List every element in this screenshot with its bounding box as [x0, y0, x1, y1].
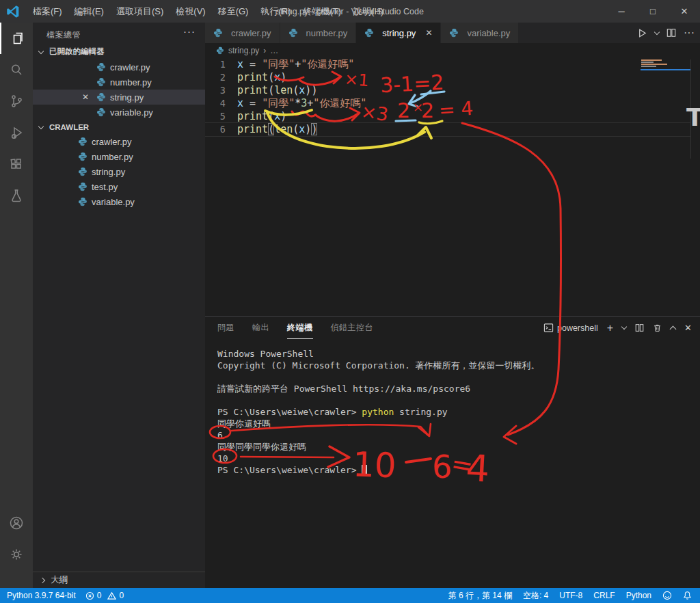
file-variable-py[interactable]: variable.py [33, 194, 205, 209]
eol-sequence[interactable]: CRLF [593, 591, 615, 600]
file-test-py[interactable]: test.py [33, 179, 205, 194]
settings-gear-icon[interactable] [0, 539, 33, 570]
terminal-dropdown-icon[interactable] [621, 324, 627, 330]
explorer-icon[interactable] [0, 23, 33, 54]
file-label: number.py [92, 152, 133, 162]
close-button[interactable]: ✕ [669, 0, 700, 23]
problems-status[interactable]: 0 0 [85, 591, 124, 600]
menu-file[interactable]: 檔案(F) [27, 5, 68, 18]
file-label: variable.py [110, 107, 153, 118]
source-control-icon[interactable] [0, 85, 33, 117]
terminal-line: Windows PowerShell [217, 348, 689, 360]
line-number: 6 [205, 123, 237, 136]
tab-string-py[interactable]: string.py ✕ [356, 23, 441, 43]
encoding[interactable]: UTF-8 [559, 591, 582, 600]
run-debug-icon[interactable] [0, 117, 33, 148]
tab-strip: crawler.py number.py string.py ✕ variabl… [205, 23, 700, 43]
code-line[interactable]: 6print(len(x)) [205, 123, 700, 136]
panel-tabs: 問題 輸出 終端機 偵錯主控台 [217, 317, 373, 339]
tab-label: crawler.py [231, 28, 271, 38]
file-number-py[interactable]: number.py [33, 149, 205, 164]
notifications-bell-icon[interactable] [683, 591, 692, 600]
tab-label: variable.py [467, 28, 510, 38]
code-text: print(x) [237, 110, 286, 123]
breadcrumb-more[interactable]: … [270, 46, 278, 55]
code-area[interactable]: 1x = "同學"+"你還好嗎"2print(x)3print(len(x))4… [205, 58, 700, 316]
split-terminal-icon[interactable] [635, 323, 644, 332]
python-interpreter[interactable]: Python 3.9.7 64-bit [7, 591, 76, 600]
folder-header-crawler[interactable]: CRAWLER [33, 120, 205, 134]
run-dropdown-icon[interactable] [654, 29, 660, 34]
code-line[interactable]: 3print(len(x)) [205, 84, 700, 97]
terminal-output-1: 同學你還好嗎 [217, 418, 689, 429]
open-editor-number[interactable]: number.py [33, 75, 205, 90]
line-number: 2 [205, 71, 237, 84]
extensions-icon[interactable] [0, 148, 33, 180]
python-file-icon [96, 62, 106, 72]
close-icon[interactable]: ✕ [82, 92, 89, 102]
editor-toolbar: ··· [632, 23, 695, 43]
explorer-more-icon[interactable]: ··· [183, 25, 196, 37]
editor-region: crawler.py number.py string.py ✕ variabl… [205, 23, 700, 588]
search-icon[interactable] [0, 54, 33, 85]
account-icon[interactable] [0, 507, 33, 539]
panel-tab-problems[interactable]: 問題 [217, 317, 234, 339]
breadcrumb-file[interactable]: string.py [228, 46, 259, 55]
code-text: x = "同學"*3+"你還好嗎" [237, 97, 366, 110]
tab-variable-py[interactable]: variable.py [441, 23, 519, 43]
tab-label: number.py [306, 28, 348, 38]
panel-tab-output[interactable]: 輸出 [252, 317, 269, 339]
panel-tab-terminal[interactable]: 終端機 [287, 317, 313, 339]
chevron-down-icon [38, 48, 44, 53]
breadcrumb[interactable]: string.py › … [205, 43, 700, 58]
line-number: 3 [205, 84, 237, 97]
window-title: string.py - crawler - Visual Studio Code [276, 7, 424, 16]
menu-view[interactable]: 檢視(V) [170, 5, 211, 18]
kill-terminal-trash-icon[interactable] [653, 323, 662, 332]
open-editor-variable[interactable]: variable.py [33, 105, 205, 120]
python-file-icon [96, 107, 106, 117]
language-mode[interactable]: Python [626, 591, 651, 600]
testing-icon[interactable] [0, 180, 33, 211]
open-editor-crawler[interactable]: crawler.py [33, 59, 205, 75]
maximize-button[interactable]: □ [637, 0, 669, 23]
file-label: crawler.py [92, 137, 132, 147]
file-crawler-py[interactable]: crawler.py [33, 134, 205, 149]
terminal-result-1: 6 [217, 429, 689, 441]
code-line[interactable]: 5print(x) [205, 110, 700, 123]
terminal-icon [543, 323, 554, 333]
code-line[interactable]: 1x = "同學"+"你還好嗎" [205, 58, 700, 71]
terminal-output[interactable]: Windows PowerShell Copyright (C) Microso… [217, 348, 689, 476]
close-icon[interactable]: ✕ [425, 28, 432, 38]
more-actions-icon[interactable]: ··· [684, 27, 695, 39]
feedback-smiley-icon[interactable] [662, 591, 672, 600]
chevron-down-icon [38, 123, 44, 129]
python-file-icon [78, 167, 88, 176]
python-file-icon [96, 92, 106, 102]
line-number: 4 [205, 97, 237, 110]
menu-go[interactable]: 移至(G) [212, 5, 255, 18]
split-editor-icon[interactable] [667, 28, 676, 38]
new-terminal-icon[interactable]: + [607, 322, 613, 334]
tab-crawler-py[interactable]: crawler.py [205, 23, 280, 43]
menu-selection[interactable]: 選取項目(S) [110, 5, 170, 18]
minimize-button[interactable]: ─ [606, 0, 637, 23]
open-editors-header[interactable]: 已開啟的編輯器 [33, 44, 205, 59]
code-line[interactable]: 2print(x) [205, 71, 700, 84]
panel-tab-debug-console[interactable]: 偵錯主控台 [331, 317, 374, 339]
close-panel-icon[interactable]: ✕ [684, 323, 692, 333]
menu-edit[interactable]: 編輯(E) [68, 5, 110, 18]
cursor-position[interactable]: 第 6 行，第 14 欄 [448, 590, 512, 602]
python-file-icon [78, 197, 88, 206]
outline-section[interactable]: 大綱 [33, 572, 205, 588]
file-string-py[interactable]: string.py [33, 164, 205, 179]
breadcrumb-separator: › [263, 46, 266, 55]
maximize-panel-icon[interactable] [670, 326, 677, 333]
code-line[interactable]: 4x = "同學"*3+"你還好嗎" [205, 97, 700, 110]
run-python-file-icon[interactable] [637, 28, 647, 38]
shell-selector[interactable]: powershell [543, 323, 598, 333]
tab-number-py[interactable]: number.py [280, 23, 357, 43]
open-editor-string[interactable]: ✕ string.py [33, 90, 205, 105]
indentation[interactable]: 空格: 4 [523, 590, 548, 602]
terminal-line: Copyright (C) Microsoft Corporation. 著作權… [217, 360, 689, 371]
